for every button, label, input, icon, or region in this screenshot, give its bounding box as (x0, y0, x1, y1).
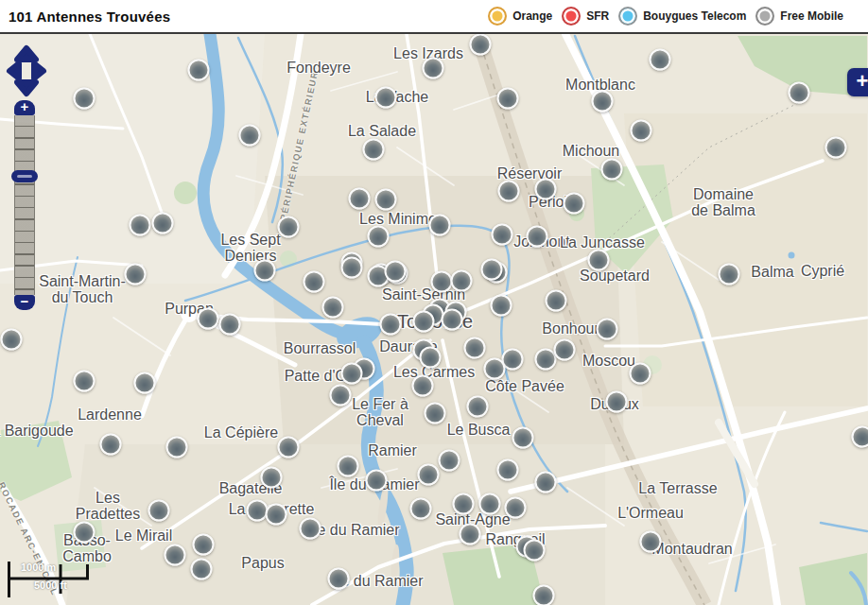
antenna-marker[interactable] (497, 88, 519, 110)
antenna-marker[interactable] (165, 544, 186, 566)
antenna-marker[interactable] (533, 585, 555, 605)
antenna-marker[interactable] (278, 437, 300, 458)
antenna-marker[interactable] (1, 329, 23, 351)
antenna-marker[interactable] (453, 493, 475, 515)
antenna-marker[interactable] (789, 82, 810, 104)
antenna-marker[interactable] (322, 297, 344, 319)
antenna-marker[interactable] (650, 49, 671, 71)
antenna-marker[interactable] (431, 271, 453, 293)
antenna-marker[interactable] (564, 193, 585, 215)
antenna-marker[interactable] (368, 226, 390, 248)
antenna-marker[interactable] (467, 396, 489, 418)
antenna-marker[interactable] (261, 467, 283, 489)
antenna-marker[interactable] (125, 264, 147, 285)
antenna-marker[interactable] (410, 498, 432, 520)
antenna-marker[interactable] (640, 531, 662, 553)
antenna-marker[interactable] (130, 215, 151, 236)
antenna-marker[interactable] (134, 372, 156, 394)
antenna-marker[interactable] (554, 339, 576, 361)
antenna-marker[interactable] (74, 371, 95, 392)
antenna-marker[interactable] (497, 459, 519, 481)
antenna-marker[interactable] (470, 34, 492, 56)
antenna-marker[interactable] (385, 261, 407, 283)
antenna-marker[interactable] (601, 159, 623, 181)
header: 101 Antennes Trouvées OrangeSFRBouygues … (0, 0, 868, 34)
antenna-marker[interactable] (193, 534, 215, 556)
results-count-title: 101 Antennes Trouvées (0, 9, 170, 25)
antenna-marker[interactable] (198, 308, 219, 330)
antenna-marker[interactable] (535, 472, 557, 493)
antenna-marker[interactable] (412, 375, 434, 397)
antenna-marker[interactable] (349, 188, 371, 210)
antenna-marker[interactable] (380, 314, 402, 336)
antenna-marker[interactable] (451, 270, 473, 292)
antenna-marker[interactable] (498, 181, 520, 202)
zoom-out-button[interactable]: − (14, 295, 35, 310)
bouygues-marker-icon (618, 7, 637, 26)
antenna-marker[interactable] (425, 403, 446, 424)
antenna-marker[interactable] (481, 259, 503, 281)
antenna-marker[interactable] (825, 137, 847, 159)
antenna-marker[interactable] (341, 363, 363, 385)
antenna-marker[interactable] (606, 391, 628, 413)
antenna-marker[interactable] (592, 91, 614, 112)
antenna-marker[interactable] (631, 120, 652, 142)
antenna-marker[interactable] (597, 319, 618, 340)
antenna-marker[interactable] (254, 260, 276, 282)
antenna-marker[interactable] (328, 568, 350, 590)
antenna-marker[interactable] (300, 518, 321, 540)
antenna-marker[interactable] (191, 559, 213, 580)
antenna-marker[interactable] (304, 271, 325, 293)
zoom-slider-handle[interactable] (11, 170, 38, 182)
antenna-marker[interactable] (166, 437, 188, 458)
zoom-in-button[interactable]: + (14, 100, 35, 115)
antenna-marker[interactable] (442, 309, 463, 331)
antenna-marker[interactable] (375, 87, 397, 109)
antenna-marker[interactable] (429, 215, 451, 236)
antenna-marker[interactable] (492, 224, 513, 246)
antenna-marker[interactable] (505, 497, 527, 519)
antenna-marker[interactable] (413, 311, 435, 333)
antenna-marker[interactable] (330, 385, 352, 406)
antenna-marker[interactable] (341, 257, 363, 279)
antenna-marker[interactable] (420, 347, 442, 369)
antenna-marker[interactable] (852, 426, 868, 448)
antenna-marker[interactable] (527, 226, 548, 248)
antenna-marker[interactable] (148, 500, 170, 522)
antenna-marker[interactable] (588, 250, 610, 271)
antenna-marker[interactable] (366, 470, 388, 492)
antenna-marker[interactable] (464, 337, 486, 359)
antenna-marker[interactable] (524, 540, 546, 562)
map-canvas[interactable]: PÉRIPHÉRIQUE EXTÉRIEURROCADE ARC-EN-CIEL… (0, 34, 868, 605)
antenna-marker[interactable] (375, 189, 397, 211)
antenna-marker[interactable] (266, 504, 287, 526)
antenna-marker[interactable] (719, 264, 740, 285)
antenna-marker[interactable] (512, 427, 534, 449)
antenna-marker[interactable] (338, 456, 359, 477)
antenna-marker[interactable] (479, 493, 501, 515)
antenna-marker[interactable] (74, 88, 95, 110)
expand-panel-button[interactable]: + (847, 68, 868, 96)
antenna-marker[interactable] (363, 139, 385, 161)
antenna-marker[interactable] (278, 216, 300, 238)
antenna-marker[interactable] (484, 358, 506, 380)
antenna-marker[interactable] (491, 295, 512, 317)
zoom-slider-track[interactable] (14, 115, 35, 295)
legend-label: Bouygues Telecom (643, 9, 746, 23)
antenna-marker[interactable] (239, 125, 261, 147)
antenna-marker[interactable] (188, 60, 210, 81)
antenna-marker[interactable] (219, 314, 241, 336)
antenna-marker[interactable] (100, 434, 122, 456)
antenna-marker[interactable] (460, 524, 481, 545)
antenna-marker[interactable] (630, 363, 651, 385)
legend-label: SFR (586, 9, 609, 23)
antenna-marker[interactable] (423, 58, 444, 79)
antenna-marker[interactable] (152, 213, 174, 234)
antenna-marker[interactable] (418, 464, 440, 486)
pan-control[interactable] (5, 44, 48, 103)
antenna-marker[interactable] (74, 522, 95, 544)
antenna-marker[interactable] (439, 450, 460, 472)
pan-right-icon (34, 63, 43, 78)
antenna-marker[interactable] (546, 290, 567, 312)
antenna-marker[interactable] (535, 179, 557, 200)
